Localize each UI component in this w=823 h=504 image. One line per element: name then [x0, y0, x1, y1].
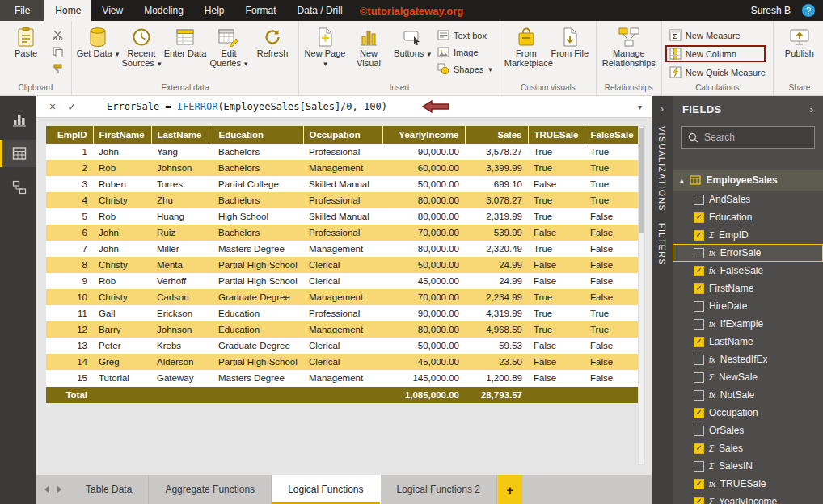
add-page-button[interactable]: + [498, 475, 522, 504]
field-item[interactable]: HireDate [673, 297, 823, 315]
table-row[interactable]: 7 John Miller Masters Degree Management … [46, 241, 638, 257]
column-header[interactable]: LastName [151, 126, 213, 144]
column-header[interactable]: YearlyIncome [382, 126, 465, 144]
table-row[interactable]: 4 Christy Zhu Bachelors Professional 80,… [46, 192, 638, 208]
prev-page-icon[interactable] [44, 485, 49, 494]
table-row[interactable]: 8 Christy Mehta Partial High School Cler… [46, 257, 638, 273]
vertical-scrollbar[interactable] [638, 126, 645, 465]
field-checkbox[interactable] [694, 426, 704, 436]
column-header[interactable]: FalseSale [585, 126, 638, 144]
filters-pane-label[interactable]: FILTERS [657, 223, 667, 266]
field-checkbox[interactable] [694, 319, 704, 330]
field-item[interactable]: Σ YearlyIncome [673, 493, 823, 504]
expand-pane-icon[interactable]: › [661, 103, 664, 115]
visualizations-pane-label[interactable]: VISUALIZATIONS [657, 126, 667, 212]
collapse-table-icon[interactable]: ▴ [680, 176, 684, 184]
menu-tab[interactable]: Modeling [133, 0, 194, 21]
menu-tab[interactable]: Data / Drill [287, 0, 353, 21]
table-row[interactable]: 12 Barry Johnson Education Management 80… [46, 321, 638, 338]
field-item[interactable]: Σ NewSale [673, 368, 823, 386]
page-tab[interactable]: Logical Functions [272, 475, 380, 504]
column-header[interactable]: EmpID [46, 126, 93, 144]
data-view-button[interactable] [0, 140, 36, 167]
table-row[interactable]: 6 John Ruiz Bachelors Professional 70,00… [46, 225, 638, 241]
new-visual-button[interactable]: New Visual [347, 24, 390, 83]
image-button[interactable]: Image [437, 45, 492, 59]
column-header[interactable]: Education [213, 126, 303, 144]
formula-expand-icon[interactable]: ▾ [638, 103, 642, 111]
publish-button[interactable]: Publish [778, 24, 821, 83]
field-item[interactable]: Σ SalesIN [673, 457, 823, 475]
field-item[interactable]: fx TRUESale [673, 475, 823, 493]
field-checkbox[interactable] [694, 212, 704, 223]
field-checkbox[interactable] [694, 248, 704, 258]
page-tab[interactable]: Table Data [70, 475, 149, 504]
field-item[interactable]: fx NestedIfEx [673, 351, 823, 368]
field-checkbox[interactable] [694, 497, 704, 504]
new-measure-button[interactable]: Σ New Measure [669, 28, 766, 42]
field-checkbox[interactable] [694, 266, 704, 276]
field-item[interactable]: LastName [673, 333, 823, 351]
fields-search-box[interactable] [681, 126, 815, 149]
manage-relationships-button[interactable]: Manage Relationships [601, 24, 657, 83]
model-view-button[interactable] [0, 174, 36, 201]
field-checkbox[interactable] [694, 284, 704, 294]
copy-button[interactable] [49, 45, 65, 58]
page-tab[interactable]: Logical Functions 2 [381, 475, 497, 504]
cut-button[interactable] [49, 28, 65, 41]
field-checkbox[interactable] [694, 195, 704, 205]
shapes-button[interactable]: Shapes ▾ [437, 62, 492, 76]
new-page-button[interactable]: New Page ▾ [303, 24, 347, 83]
field-item[interactable]: fx IfExample [673, 315, 823, 333]
table-row[interactable]: 14 Greg Alderson Partial High School Cle… [46, 354, 638, 370]
new-column-button[interactable]: New Column [669, 47, 736, 61]
format-painter-button[interactable] [49, 62, 65, 75]
dax-formula-input[interactable]: ErrorSale = IFERROR(EmployeeSales[Sales]… [107, 101, 387, 112]
field-item[interactable]: AndSales [673, 191, 823, 208]
field-item[interactable]: Education [673, 208, 823, 226]
menu-tab[interactable]: Home [44, 0, 91, 21]
field-checkbox[interactable] [694, 408, 704, 418]
next-page-icon[interactable] [57, 485, 61, 494]
field-item[interactable]: Occupation [673, 404, 823, 422]
buttons-button[interactable]: Buttons ▾ [390, 24, 434, 83]
report-view-button[interactable] [0, 106, 36, 133]
column-header[interactable]: Sales [465, 126, 528, 144]
enter-data-button[interactable]: Enter Data [163, 24, 207, 83]
table-row[interactable]: 1 John Yang Bachelors Professional 90,00… [46, 144, 638, 160]
page-tab[interactable]: Aggregate Functions [149, 475, 272, 504]
from-marketplace-button[interactable]: From Marketplace [504, 24, 548, 83]
table-row[interactable]: 2 Rob Johnson Bachelors Management 60,00… [46, 160, 638, 176]
menu-tab[interactable]: Help [194, 0, 235, 21]
paste-button[interactable]: Paste [4, 24, 48, 83]
field-checkbox[interactable] [694, 301, 704, 312]
cancel-formula-icon[interactable]: × [49, 100, 56, 113]
field-item[interactable]: fx ErrorSale [673, 244, 823, 262]
field-checkbox[interactable] [694, 230, 704, 241]
table-row[interactable]: 13 Peter Krebs Graduate Degree Clerical … [46, 338, 638, 354]
field-item[interactable]: FirstName [673, 279, 823, 297]
scrollbar-thumb[interactable] [639, 128, 644, 233]
field-checkbox[interactable] [694, 461, 704, 472]
new-quick-measure-button[interactable]: New Quick Measure [669, 65, 766, 79]
field-checkbox[interactable] [694, 479, 704, 489]
table-row[interactable]: 9 Rob Verhoff Partial High School Cleric… [46, 273, 638, 289]
menu-tab[interactable]: View [91, 0, 133, 21]
table-row[interactable]: 15 Tutorial Gateway Masters Degree Manag… [46, 370, 638, 387]
edit-queries-button[interactable]: Edit Queries ▾ [207, 24, 251, 83]
field-item[interactable]: OrSales [673, 422, 823, 439]
table-row[interactable]: 11 Gail Erickson Education Professional … [46, 305, 638, 321]
field-checkbox[interactable] [694, 337, 704, 347]
tab-file[interactable]: File [0, 0, 44, 21]
table-row[interactable]: 3 Ruben Torres Partial College Skilled M… [46, 176, 638, 192]
get-data-button[interactable]: Get Data ▾ [76, 24, 120, 83]
column-header[interactable]: TRUESale [528, 126, 585, 144]
field-item[interactable]: fx NotSale [673, 386, 823, 404]
help-icon[interactable]: ? [802, 4, 815, 17]
table-row[interactable]: 10 Christy Carlson Graduate Degree Manag… [46, 289, 638, 305]
field-item[interactable]: Σ EmpID [673, 226, 823, 244]
from-file-button[interactable]: From File [548, 24, 592, 83]
recent-sources-button[interactable]: Recent Sources ▾ [120, 24, 163, 83]
column-header[interactable]: FirstName [93, 126, 151, 144]
field-checkbox[interactable] [694, 355, 704, 365]
